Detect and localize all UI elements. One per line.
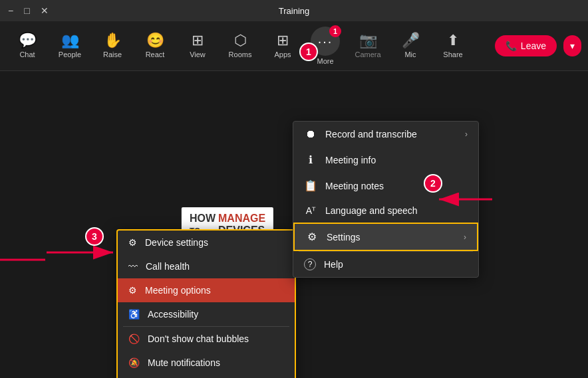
phone-icon: 📞 bbox=[506, 41, 517, 51]
record-transcribe-item[interactable]: ⏺ Record and transcribe › bbox=[293, 122, 478, 147]
step3-badge: 3 bbox=[85, 227, 104, 246]
mute-notifications-label: Mute notifications bbox=[148, 357, 220, 368]
people-label: People bbox=[59, 50, 81, 58]
toolbar-left: 💬 Chat 👥 People ✋ Raise 😊 React ⊞ View ⬡… bbox=[7, 25, 495, 68]
view-button[interactable]: ⊞ View bbox=[177, 25, 218, 68]
raise-icon: ✋ bbox=[104, 33, 122, 48]
arrow3-container bbox=[40, 242, 120, 265]
meeting-info-label: Meeting info bbox=[325, 155, 376, 165]
title-bar: Training − □ ✕ bbox=[0, 0, 588, 21]
share-label: Share bbox=[443, 50, 462, 58]
leave-dropdown-button[interactable]: ▾ bbox=[563, 35, 581, 56]
react-button[interactable]: 😊 React bbox=[134, 25, 176, 68]
chat-label: Chat bbox=[19, 50, 35, 58]
share-button[interactable]: ⬆ Share bbox=[432, 25, 474, 68]
meeting-options-label: Meeting options bbox=[145, 285, 211, 296]
chat-bubbles-icon: 🚫 bbox=[128, 333, 140, 344]
settings-chevron: › bbox=[464, 233, 466, 242]
device-settings-item[interactable]: ⚙ Device settings bbox=[118, 231, 295, 254]
device-settings-label: Device settings bbox=[145, 237, 208, 248]
maximize-button[interactable]: □ bbox=[24, 6, 29, 15]
window-controls: − □ ✕ bbox=[8, 6, 49, 15]
apps-button[interactable]: ⊞ Apps bbox=[262, 25, 303, 68]
window-title: Training bbox=[279, 6, 309, 16]
react-label: React bbox=[146, 50, 165, 58]
chat-bubbles-label: Don't show chat bubbles bbox=[148, 333, 249, 344]
left-arrow-line bbox=[0, 252, 45, 264]
chat-bubbles-item[interactable]: 🚫 Don't show chat bubbles bbox=[118, 327, 295, 351]
rooms-button[interactable]: ⬡ Rooms bbox=[220, 25, 261, 68]
language-label: Language and speech bbox=[325, 205, 418, 216]
close-button[interactable]: ✕ bbox=[41, 6, 49, 15]
camera-icon: 📷 bbox=[359, 33, 377, 48]
language-icon: Aᵀ bbox=[304, 205, 317, 216]
call-health-label: Call health bbox=[146, 261, 190, 272]
logo-manage: MANAGE bbox=[218, 213, 265, 225]
turn-off-video-item[interactable]: 📵 Turn off incoming video bbox=[118, 375, 295, 378]
minimize-button[interactable]: − bbox=[8, 6, 13, 15]
device-settings-icon: ⚙ bbox=[128, 237, 137, 248]
rooms-label: Rooms bbox=[229, 50, 252, 58]
more-badge: 1 bbox=[329, 25, 341, 37]
meeting-options-item[interactable]: ⚙ Meeting options bbox=[118, 278, 295, 302]
call-health-item[interactable]: 〰 Call health bbox=[118, 254, 295, 278]
meeting-options-icon: ⚙ bbox=[128, 285, 137, 296]
leave-button[interactable]: 📞 Leave bbox=[495, 35, 557, 56]
accessibility-item[interactable]: ♿ Accessibility bbox=[118, 302, 295, 326]
step2-badge: 2 bbox=[424, 174, 442, 193]
help-item[interactable]: ? Help bbox=[293, 252, 478, 277]
apps-icon: ⊞ bbox=[277, 33, 289, 48]
help-icon: ? bbox=[304, 258, 316, 270]
record-chevron: › bbox=[465, 130, 468, 139]
meeting-info-icon: ℹ bbox=[304, 153, 317, 166]
help-label: Help bbox=[324, 259, 343, 270]
settings-item[interactable]: ⚙ Settings › bbox=[293, 223, 478, 251]
people-icon: 👥 bbox=[61, 33, 79, 48]
toolbar-right: 📞 Leave ▾ bbox=[495, 35, 581, 56]
step1-badge: 1 bbox=[299, 43, 318, 61]
view-label: View bbox=[190, 50, 206, 58]
raise-button[interactable]: ✋ Raise bbox=[92, 25, 133, 68]
chat-button[interactable]: 💬 Chat bbox=[7, 25, 48, 68]
mute-notifications-item[interactable]: 🔕 Mute notifications bbox=[118, 351, 295, 375]
meeting-notes-label: Meeting notes bbox=[325, 181, 384, 191]
apps-label: Apps bbox=[274, 50, 291, 58]
settings-submenu: ⚙ Device settings 〰 Call health ⚙ Meetin… bbox=[116, 229, 296, 378]
mute-notifications-icon: 🔕 bbox=[128, 357, 140, 368]
mic-label: Mic bbox=[404, 50, 416, 58]
left-line-svg bbox=[0, 258, 45, 261]
rooms-icon: ⬡ bbox=[234, 33, 247, 48]
record-icon: ⏺ bbox=[304, 128, 317, 140]
leave-label: Leave bbox=[521, 41, 546, 51]
react-icon: 😊 bbox=[146, 33, 164, 48]
share-icon: ⬆ bbox=[447, 33, 459, 48]
record-label: Record and transcribe bbox=[325, 129, 417, 140]
raise-label: Raise bbox=[103, 50, 122, 58]
arrow2-container bbox=[432, 189, 499, 212]
people-button[interactable]: 👥 People bbox=[49, 25, 90, 68]
settings-label: Settings bbox=[327, 232, 361, 242]
more-label: More bbox=[317, 57, 333, 65]
accessibility-icon: ♿ bbox=[128, 309, 140, 320]
chat-icon: 💬 bbox=[19, 33, 37, 48]
view-icon: ⊞ bbox=[192, 33, 204, 48]
meeting-info-item[interactable]: ℹ Meeting info bbox=[293, 147, 478, 173]
meeting-notes-icon: 📋 bbox=[304, 179, 317, 192]
arrow2-svg bbox=[432, 189, 499, 209]
camera-label: Camera bbox=[355, 50, 380, 58]
call-health-icon: 〰 bbox=[128, 261, 138, 272]
camera-button[interactable]: 📷 Camera bbox=[347, 25, 388, 68]
main-area: HOWTO MANAGE DEVICES ⏺ Record and transc… bbox=[0, 71, 588, 378]
arrow3-svg bbox=[40, 242, 120, 262]
toolbar: 💬 Chat 👥 People ✋ Raise 😊 React ⊞ View ⬡… bbox=[0, 21, 588, 71]
mic-button[interactable]: 🎤 Mic bbox=[390, 25, 431, 68]
settings-icon: ⚙ bbox=[305, 231, 319, 243]
mic-icon: 🎤 bbox=[402, 33, 420, 48]
accessibility-label: Accessibility bbox=[148, 309, 198, 320]
